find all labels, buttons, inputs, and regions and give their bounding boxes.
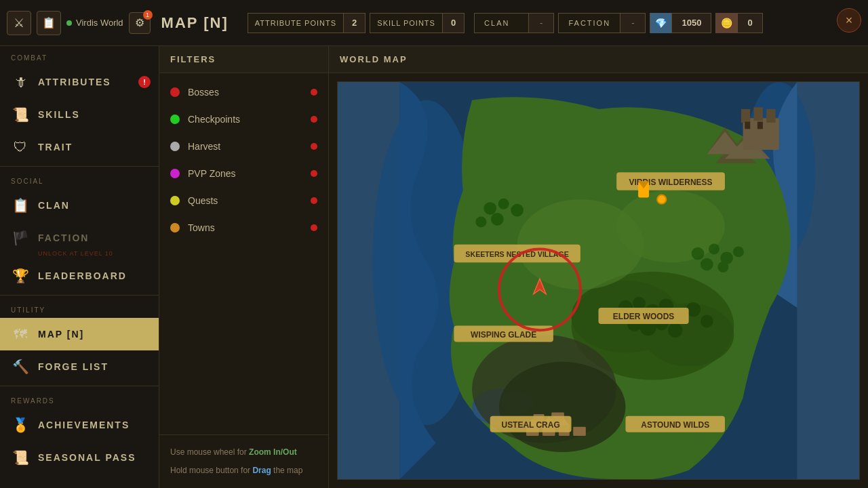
settings-badge: 1 (143, 10, 153, 20)
trait-icon: 🛡 (11, 138, 30, 157)
faction-unlock-text: Unlock at level 10 (38, 250, 113, 257)
journal-icon[interactable]: 📋 (37, 11, 61, 35)
checkpoints-label: Checkpoints (188, 114, 302, 125)
svg-point-63 (475, 216, 486, 227)
quests-indicator (311, 197, 317, 204)
sidebar-item-attributes[interactable]: 🗡 ATTRIBUTES ! (0, 66, 159, 98)
faction-icon: 🏴 (11, 228, 30, 247)
coin-icon: 🪙 (716, 13, 738, 33)
instruction2-post: the map (273, 466, 302, 475)
close-button[interactable]: × (837, 8, 861, 33)
instruction2-pre: Hold mouse button for (170, 466, 252, 475)
trait-label: TRAIT (38, 142, 73, 152)
bosses-indicator (311, 89, 317, 96)
quests-dot (170, 196, 180, 205)
sidebar-item-faction[interactable]: 🏴 FACTION Unlock at level 10 (0, 222, 159, 260)
svg-rect-28 (745, 122, 750, 129)
attributes-label: ATTRIBUTES (38, 77, 111, 87)
settings-icon[interactable]: ⚙ 1 (129, 12, 151, 34)
sidebar-item-trait[interactable]: 🛡 TRAIT (0, 131, 159, 163)
currency1-box: 💎 1050 (650, 13, 711, 33)
skills-label: SKILLS (38, 109, 80, 120)
clan-label: CLAN (475, 14, 529, 33)
svg-point-18 (668, 323, 682, 338)
achievements-icon: 🏅 (11, 415, 30, 434)
map-sidebar-label: MAP [N] (38, 329, 84, 340)
svg-point-59 (657, 195, 666, 203)
pvp-label: PVP Zones (188, 168, 302, 179)
zoom-highlight: Zoom In/Out (249, 447, 297, 457)
divider-3 (0, 386, 159, 386)
stats-area: ATTRIBUTE POINTS 2 SKILL POINTS 0 (248, 13, 465, 33)
sidebar-item-clan[interactable]: 📋 CLAN (0, 189, 159, 222)
top-bar: ⚔ 📋 Virdis World ⚙ 1 MAP [N] ATTRIBUTE P… (0, 0, 868, 46)
svg-point-14 (701, 315, 713, 328)
svg-rect-29 (757, 122, 763, 129)
currency2-box: 🪙 0 (715, 13, 762, 33)
attribute-points-label: ATTRIBUTE POINTS (248, 14, 344, 33)
svg-text:ASTOUND WILDS: ASTOUND WILDS (641, 420, 709, 430)
sidebar-item-achievements[interactable]: 🏅 ACHIEVEMENTS (0, 409, 159, 441)
svg-point-60 (484, 202, 496, 215)
sidebar-item-seasonal[interactable]: 📜 SEASONAL PASS (0, 441, 159, 474)
filter-pvp[interactable]: PVP Zones (159, 160, 328, 187)
sidebar-item-map[interactable]: 🗺 MAP [N] (0, 318, 159, 350)
svg-point-68 (733, 246, 744, 257)
pvp-indicator (311, 170, 317, 177)
utility-section-header: UTILITY (0, 298, 159, 318)
divider-2 (0, 295, 159, 296)
game-icon[interactable]: ⚔ (7, 11, 31, 35)
social-section-header: SOCIAL (0, 169, 159, 189)
filter-bosses[interactable]: Bosses (159, 79, 328, 106)
svg-point-70 (717, 262, 728, 272)
clan-box[interactable]: CLAN - (474, 13, 554, 33)
harvest-indicator (311, 143, 317, 150)
sidebar-item-leaderboard[interactable]: 🏆 LEADERBOARD (0, 260, 159, 292)
faction-box[interactable]: FACTION - (558, 13, 646, 33)
svg-point-69 (701, 258, 713, 271)
clan-icon: 📋 (11, 196, 30, 215)
svg-text:USTEAL CRAG: USTEAL CRAG (501, 420, 559, 430)
clan-value: - (529, 18, 553, 28)
filter-checkpoints[interactable]: Checkpoints (159, 106, 328, 133)
map-container[interactable]: VIRDIS WILDERNESS SKEETERS NESTED VILLAG… (329, 73, 868, 488)
clan-sidebar-label: CLAN (38, 200, 70, 211)
checkpoints-indicator (311, 116, 317, 123)
towns-label: Towns (188, 222, 302, 233)
map-panel: WORLD MAP (329, 46, 868, 488)
svg-rect-35 (573, 427, 586, 436)
svg-text:WISPING GLADE: WISPING GLADE (471, 330, 536, 340)
currency2-value: 0 (738, 18, 762, 28)
leaderboard-label: LEADERBOARD (38, 270, 127, 281)
page-title: MAP [N] (161, 14, 229, 32)
svg-point-31 (499, 362, 625, 452)
filters-panel: FILTERS Bosses Checkpoints Harvest PVP Z… (159, 46, 329, 488)
leaderboard-icon: 🏆 (11, 266, 30, 285)
filter-instructions: Use mouse wheel for Zoom In/Out Hold mou… (159, 434, 328, 488)
sidebar-item-forgelist[interactable]: 🔨 FORGE LIST (0, 350, 159, 383)
bosses-label: Bosses (188, 87, 302, 98)
map-icon: 🗺 (11, 325, 30, 344)
filter-towns[interactable]: Towns (159, 214, 328, 241)
drag-highlight: Drag (252, 466, 271, 475)
combat-section-header: COMBAT (0, 46, 159, 66)
svg-rect-26 (754, 107, 763, 121)
main-content: FILTERS Bosses Checkpoints Harvest PVP Z… (159, 46, 868, 488)
faction-sidebar-label: FACTION (38, 232, 89, 243)
world-map-header: WORLD MAP (329, 46, 868, 73)
seasonal-label: SEASONAL PASS (38, 452, 136, 463)
map-inner[interactable]: VIRDIS WILDERNESS SKEETERS NESTED VILLAG… (337, 81, 860, 480)
pvp-dot (170, 169, 180, 178)
quests-label: Quests (188, 195, 302, 206)
svg-text:ELDER WOODS: ELDER WOODS (613, 312, 674, 321)
attribute-points-box: ATTRIBUTE POINTS 2 (248, 13, 366, 33)
bosses-dot (170, 87, 180, 97)
filter-quests[interactable]: Quests (159, 187, 328, 214)
forgelist-label: FORGE LIST (38, 361, 108, 372)
checkpoints-dot (170, 115, 180, 124)
filter-harvest[interactable]: Harvest (159, 133, 328, 160)
sidebar: COMBAT 🗡 ATTRIBUTES ! 📜 SKILLS 🛡 TRAIT S… (0, 46, 159, 488)
svg-point-62 (511, 204, 524, 217)
sidebar-item-skills[interactable]: 📜 SKILLS (0, 98, 159, 131)
world-name: Virdis World (66, 18, 123, 28)
